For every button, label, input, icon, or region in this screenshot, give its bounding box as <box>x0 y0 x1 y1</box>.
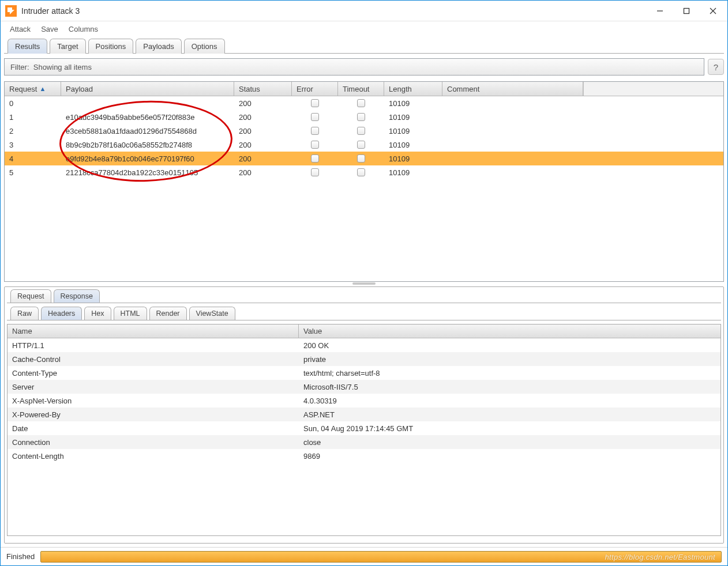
tab-results[interactable]: Results <box>7 39 47 54</box>
filter-text: Showing all items <box>33 63 92 71</box>
headers-table-header: Name Value <box>7 324 721 338</box>
filter-row: Filter: Showing all items ? <box>4 58 724 76</box>
question-icon: ? <box>714 62 718 72</box>
table-row[interactable]: 4e9fd92b4e8a79b1c0b046ec770197f602001010… <box>5 152 723 165</box>
menu-attack[interactable]: Attack <box>6 24 34 35</box>
tab-viewstate[interactable]: ViewState <box>189 307 235 320</box>
table-row[interactable]: 020010109 <box>5 96 723 110</box>
results-table: Request ▲ Payload Status Error Timeout L… <box>4 81 724 282</box>
header-row[interactable]: Cache-Controlprivate <box>7 352 721 366</box>
window-title: Intruder attack 3 <box>21 6 647 16</box>
col-length[interactable]: Length <box>384 82 442 96</box>
col-comment[interactable]: Comment <box>442 82 583 96</box>
col-timeout[interactable]: Timeout <box>338 82 384 96</box>
tab-target[interactable]: Target <box>50 39 85 54</box>
table-row[interactable]: 521218cca77804d2ba1922c33e01511052001010… <box>5 165 723 179</box>
checkbox-icon <box>311 141 319 149</box>
help-button[interactable]: ? <box>708 59 724 75</box>
tab-options[interactable]: Options <box>184 39 225 54</box>
header-row[interactable]: Content-Typetext/html; charset=utf-8 <box>7 366 721 380</box>
filter-bar[interactable]: Filter: Showing all items <box>4 58 704 76</box>
menubar: Attack Save Columns <box>1 21 727 36</box>
close-button[interactable] <box>700 2 726 20</box>
tab-raw[interactable]: Raw <box>10 307 39 320</box>
headers-table: Name Value HTTP/1.1200 OKCache-Controlpr… <box>7 324 721 536</box>
svg-rect-2 <box>684 8 689 13</box>
checkbox-icon <box>357 168 365 176</box>
col-status[interactable]: Status <box>234 82 292 96</box>
progress-bar: https://blog.csdn.net/Eastmount <box>40 551 722 563</box>
col-payload[interactable]: Payload <box>61 82 234 96</box>
statusbar: Finished https://blog.csdn.net/Eastmount <box>1 547 727 565</box>
tab-headers[interactable]: Headers <box>41 307 82 320</box>
table-row[interactable]: 1e10adc3949ba59abbe56e057f20f883e2001010… <box>5 110 723 124</box>
checkbox-icon <box>311 127 319 135</box>
maximize-button[interactable] <box>673 2 700 20</box>
splitter-grip-bottom[interactable] <box>7 537 721 543</box>
splitter-grip-top[interactable] <box>4 282 724 285</box>
sort-asc-icon: ▲ <box>39 85 46 92</box>
minimize-button[interactable] <box>647 2 673 20</box>
col-request[interactable]: Request ▲ <box>5 82 61 96</box>
view-tabs: Raw Headers Hex HTML Render ViewState <box>7 307 721 320</box>
app-icon <box>5 5 17 17</box>
headers-col-value[interactable]: Value <box>299 324 721 338</box>
checkbox-icon <box>311 168 319 176</box>
filter-label: Filter: <box>10 63 29 71</box>
header-row[interactable]: X-AspNet-Version4.0.30319 <box>7 394 721 407</box>
menu-save[interactable]: Save <box>37 24 62 35</box>
titlebar: Intruder attack 3 <box>1 1 727 21</box>
checkbox-icon <box>357 127 365 135</box>
results-body[interactable]: 0200101091e10adc3949ba59abbe56e057f20f88… <box>5 96 723 281</box>
status-label: Finished <box>6 552 35 561</box>
results-table-header: Request ▲ Payload Status Error Timeout L… <box>5 81 723 96</box>
intruder-attack-window: Intruder attack 3 Attack Save Columns Re… <box>0 0 728 566</box>
tab-positions[interactable]: Positions <box>88 39 134 54</box>
watermark-text: https://blog.csdn.net/Eastmount <box>605 552 715 561</box>
tab-request[interactable]: Request <box>10 289 51 303</box>
request-response-tabs: Request Response <box>7 289 721 303</box>
header-row[interactable]: Content-Length9869 <box>7 449 721 463</box>
checkbox-icon <box>357 141 365 149</box>
header-row[interactable]: X-Powered-ByASP.NET <box>7 407 721 421</box>
main-tabs: Results Target Positions Payloads Option… <box>4 36 724 54</box>
tab-render[interactable]: Render <box>149 307 187 320</box>
table-row[interactable]: 38b9c9b2b78f16a0c06a58552fb2748f82001010… <box>5 138 723 152</box>
checkbox-icon <box>357 154 365 163</box>
tab-hex[interactable]: Hex <box>84 307 111 320</box>
checkbox-icon <box>311 154 319 163</box>
header-row[interactable]: DateSun, 04 Aug 2019 17:14:45 GMT <box>7 421 721 435</box>
tab-payloads[interactable]: Payloads <box>136 39 181 54</box>
header-row[interactable]: HTTP/1.1200 OK <box>7 338 721 352</box>
checkbox-icon <box>357 113 365 121</box>
checkbox-icon <box>311 113 319 121</box>
col-error[interactable]: Error <box>292 82 338 96</box>
results-scrollhead <box>583 82 724 96</box>
tab-response[interactable]: Response <box>54 289 100 303</box>
table-row[interactable]: 2e3ceb5881a0a1fdaad01296d7554868d2001010… <box>5 124 723 138</box>
headers-body[interactable]: HTTP/1.1200 OKCache-ControlprivateConten… <box>7 338 721 535</box>
header-row[interactable]: Connectionclose <box>7 435 721 449</box>
checkbox-icon <box>357 99 365 107</box>
checkbox-icon <box>311 99 319 107</box>
tab-html[interactable]: HTML <box>114 307 147 320</box>
headers-col-name[interactable]: Name <box>7 324 299 338</box>
menu-columns[interactable]: Columns <box>65 24 102 35</box>
detail-pane: Request Response Raw Headers Hex HTML Re… <box>4 286 724 544</box>
header-row[interactable]: ServerMicrosoft-IIS/7.5 <box>7 380 721 394</box>
